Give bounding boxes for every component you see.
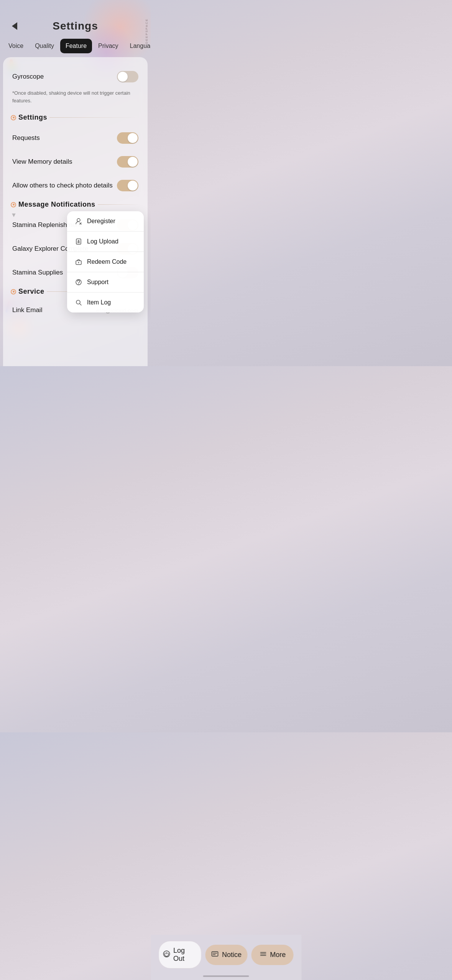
gyroscope-row: Gyroscope: [3, 65, 148, 89]
item-log-label: Item Log: [87, 299, 111, 306]
svg-point-6: [78, 262, 79, 263]
view-memory-toggle-knob: [128, 157, 138, 167]
svg-line-10: [80, 304, 81, 305]
photo-details-row: Allow others to check photo details: [3, 174, 148, 197]
dropdown-deregister[interactable]: Deregister: [67, 211, 144, 232]
notifications-section-header: Message Notifications ▼: [3, 197, 148, 213]
deregister-label: Deregister: [87, 218, 115, 225]
tab-voice[interactable]: Voice: [3, 39, 29, 53]
header: Settings DEEPSPACE: [0, 0, 151, 37]
deregister-icon: [75, 217, 82, 225]
redeem-code-icon: [75, 258, 82, 266]
dropdown-item-log[interactable]: Item Log: [67, 293, 144, 312]
log-upload-icon: [75, 238, 82, 245]
gyroscope-label: Gyroscope: [12, 73, 44, 81]
support-icon: [75, 278, 82, 286]
gyroscope-note: *Once disabled, shaking device will not …: [3, 89, 148, 110]
requests-label: Requests: [12, 134, 40, 142]
svg-point-0: [77, 219, 80, 222]
page-title: Settings: [53, 20, 98, 32]
dropdown-support[interactable]: Support: [67, 272, 144, 293]
requests-toggle[interactable]: [117, 132, 138, 144]
tab-quality[interactable]: Quality: [30, 39, 59, 53]
photo-details-toggle-knob: [128, 181, 138, 191]
dropdown-log-upload[interactable]: Log Upload: [67, 232, 144, 252]
notifications-section-dot: [11, 202, 16, 207]
notifications-section-title: Message Notifications: [18, 201, 95, 209]
redeem-code-label: Redeem Code: [87, 258, 127, 265]
back-button[interactable]: [8, 19, 21, 33]
gyroscope-toggle[interactable]: [117, 71, 138, 82]
dropdown-menu: Deregister Log Upload Redeem Code: [67, 211, 144, 312]
tab-language[interactable]: Languag: [125, 39, 151, 53]
service-section-dot: [11, 289, 16, 294]
dropdown-redeem-code[interactable]: Redeem Code: [67, 252, 144, 272]
tabs-bar: Voice Quality Feature Privacy Languag: [0, 39, 151, 53]
settings-section-header: Settings: [3, 110, 148, 126]
view-memory-label: View Memory details: [12, 158, 72, 166]
service-section-title: Service: [18, 288, 44, 296]
item-log-icon: [75, 299, 82, 306]
tab-feature[interactable]: Feature: [60, 39, 92, 53]
requests-toggle-knob: [128, 133, 138, 143]
svg-point-8: [78, 284, 79, 285]
support-label: Support: [87, 279, 108, 286]
view-memory-row: View Memory details: [3, 150, 148, 174]
tab-privacy[interactable]: Privacy: [93, 39, 123, 53]
content-card: Gyroscope *Once disabled, shaking device…: [3, 57, 148, 366]
settings-section-line: [49, 117, 140, 118]
link-email-label: Link Email: [12, 306, 42, 314]
settings-section-dot: [11, 115, 16, 120]
back-icon: [12, 22, 17, 30]
notifications-section-line: [98, 204, 140, 205]
stamina-supplies-label: Stamina Supplies: [12, 269, 63, 276]
view-memory-toggle[interactable]: [117, 156, 138, 168]
requests-row: Requests: [3, 126, 148, 150]
log-upload-label: Log Upload: [87, 238, 118, 245]
settings-section-title: Settings: [18, 113, 47, 122]
gyroscope-toggle-knob: [118, 72, 128, 82]
photo-details-toggle[interactable]: [117, 180, 138, 191]
photo-details-label: Allow others to check photo details: [12, 182, 113, 189]
scroll-indicator: ▼: [11, 212, 17, 219]
